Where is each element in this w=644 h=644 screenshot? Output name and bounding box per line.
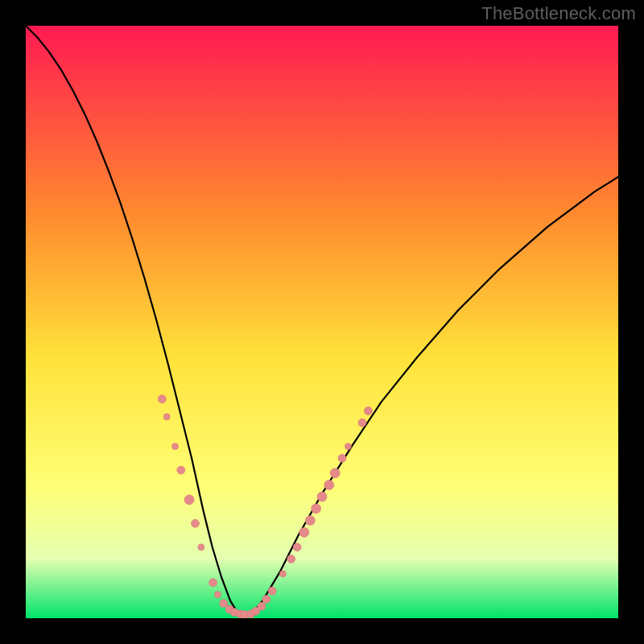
curve-marker (312, 504, 321, 514)
curve-marker (293, 543, 301, 551)
curve-marker (209, 579, 217, 587)
curve-marker (184, 495, 194, 505)
curve-marker (262, 595, 270, 603)
curve-marker (279, 571, 286, 577)
curve-marker (198, 544, 204, 551)
curve-marker (258, 602, 266, 610)
curve-marker (345, 444, 351, 450)
curve-marker (163, 414, 170, 420)
curve-marker (177, 466, 185, 474)
plot-area (26, 26, 618, 618)
curve-marker (364, 407, 372, 415)
chart-canvas: TheBottleneck.com (0, 0, 644, 644)
curve-marker (158, 395, 166, 403)
curve-marker (172, 444, 179, 450)
gradient-background (26, 26, 618, 618)
watermark-label: TheBottleneck.com (481, 3, 636, 24)
curve-marker (299, 527, 309, 537)
curve-marker (268, 587, 276, 595)
plot-svg (26, 26, 618, 618)
curve-marker (358, 419, 366, 427)
curve-marker (287, 555, 295, 563)
curve-marker (305, 516, 315, 526)
curve-marker (215, 592, 221, 598)
curve-marker (338, 454, 346, 462)
curve-marker (220, 600, 228, 608)
curve-marker (330, 469, 340, 478)
curve-marker (324, 480, 334, 489)
curve-marker (317, 492, 327, 502)
curve-marker (192, 519, 200, 527)
